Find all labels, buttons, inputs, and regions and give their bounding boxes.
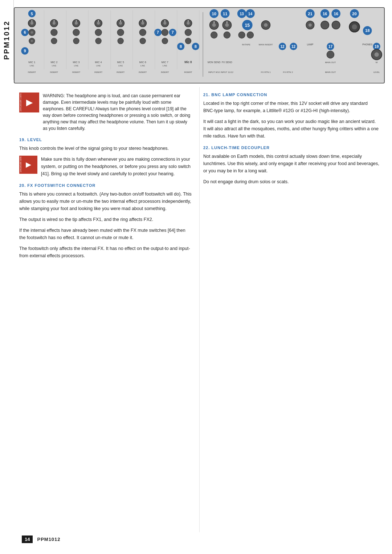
- svg-text:INSERT: INSERT: [72, 71, 81, 73]
- svg-text:PHONES: PHONES: [362, 43, 373, 46]
- section20-body3: If the internal effects have already bee…: [19, 227, 192, 241]
- svg-point-87: [225, 23, 229, 27]
- left-column: VERY IMPORTANT ▶ WARNING: The headphone …: [14, 87, 199, 532]
- svg-point-31: [97, 22, 100, 25]
- vi-icon: VERY IMPORTANT ▶: [19, 156, 37, 174]
- svg-text:LINE: LINE: [52, 65, 57, 67]
- svg-text:LINE: LINE: [74, 65, 79, 67]
- section22-body2: Do not engage during drum solos or scats…: [203, 178, 379, 185]
- section21-heading: 21. BNC LAMP CONNECTION: [203, 93, 379, 97]
- svg-text:MON SEND: MON SEND: [208, 61, 221, 63]
- svg-text:19: 19: [375, 45, 379, 49]
- svg-point-45: [141, 22, 144, 25]
- svg-text:INSERT: INSERT: [139, 71, 147, 73]
- svg-point-89: [224, 32, 230, 38]
- svg-point-84: [211, 32, 217, 38]
- svg-point-9: [31, 40, 33, 42]
- svg-text:MIC 3: MIC 3: [73, 61, 80, 64]
- svg-text:LEVEL: LEVEL: [373, 71, 380, 73]
- svg-point-17: [53, 22, 56, 25]
- svg-text:MAIN INSERT: MAIN INSERT: [259, 43, 273, 46]
- svg-point-109: [332, 21, 340, 29]
- svg-text:MIC 6: MIC 6: [139, 61, 146, 64]
- section21-body2: It will cast a light in the dark, so you…: [203, 118, 379, 140]
- section19-heading: 19. LEVEL: [19, 138, 192, 142]
- warning-icon: VERY IMPORTANT ▶: [19, 93, 39, 112]
- warning-text: WARNING: The headphone amp is loud, and …: [43, 93, 192, 132]
- svg-point-38: [119, 22, 122, 25]
- svg-text:21: 21: [308, 12, 312, 16]
- svg-text:8: 8: [180, 44, 182, 49]
- svg-text:17: 17: [328, 45, 333, 49]
- svg-point-82: [212, 23, 216, 27]
- svg-text:16: 16: [323, 12, 327, 16]
- svg-point-48: [140, 38, 146, 44]
- svg-text:FX SEND: FX SEND: [222, 61, 232, 63]
- svg-text:5: 5: [31, 12, 33, 16]
- svg-text:7: 7: [172, 30, 174, 34]
- svg-text:INSERT: INSERT: [50, 71, 58, 73]
- svg-text:16: 16: [334, 12, 338, 16]
- svg-text:FX RTN 1: FX RTN 1: [261, 71, 271, 73]
- warning-section: VERY IMPORTANT ▶ WARNING: The headphone …: [19, 93, 192, 132]
- svg-point-113: [352, 24, 357, 29]
- section22-body1: Not available on Earth models, this cont…: [203, 153, 379, 175]
- svg-point-27: [73, 38, 79, 44]
- svg-text:INSERT: INSERT: [117, 71, 125, 73]
- section19-vi-text: Make sure this is fully down whenever yo…: [41, 156, 192, 177]
- svg-text:INSERT: INSERT: [28, 71, 36, 73]
- svg-text:8: 8: [195, 44, 197, 49]
- svg-text:INPUT 11/12: INPUT 11/12: [221, 71, 234, 73]
- svg-text:MIC 1: MIC 1: [28, 61, 35, 64]
- section20-heading: 20. FX FOOTSWITCH CONNECTOR: [19, 183, 192, 188]
- vertical-brand-label: PPM1012: [0, 0, 14, 80]
- warning-icon-symbol: ▶: [26, 98, 32, 107]
- svg-text:12: 12: [291, 45, 296, 49]
- svg-point-66: [185, 38, 191, 44]
- svg-text:MAIN OUT: MAIN OUT: [325, 71, 336, 73]
- section20-body1: This is where you connect a footswitch. …: [19, 190, 192, 212]
- svg-text:15: 15: [245, 23, 250, 28]
- svg-text:6: 6: [24, 30, 26, 34]
- svg-point-40: [117, 29, 124, 36]
- svg-text:INPUT 9/10: INPUT 9/10: [208, 71, 220, 73]
- footer-model-label: PPM1012: [37, 537, 60, 542]
- section20-body2: The output is wired so the tip affects F…: [19, 216, 192, 223]
- svg-text:LINE: LINE: [140, 65, 145, 67]
- svg-text:7: 7: [157, 30, 159, 34]
- page-footer: 14 PPM1012: [22, 535, 61, 543]
- svg-text:MIC 5: MIC 5: [117, 61, 124, 64]
- svg-point-26: [73, 29, 79, 36]
- svg-text:MIC 2: MIC 2: [50, 61, 57, 64]
- svg-text:11: 11: [223, 12, 227, 16]
- svg-text:INSERT: INSERT: [184, 71, 192, 73]
- page-number: 14: [22, 535, 33, 543]
- svg-point-20: [51, 38, 57, 44]
- brand-text: PPM1012: [3, 20, 11, 60]
- svg-text:LAMP: LAMP: [307, 43, 314, 46]
- svg-point-33: [95, 29, 102, 36]
- svg-text:LINE: LINE: [118, 65, 123, 67]
- mixer-diagram: 5 6 9 MIC 1 LINE MIC 2 LINE MIC 3 L: [14, 7, 385, 83]
- svg-point-7: [30, 31, 33, 34]
- svg-point-94: [247, 32, 253, 38]
- svg-point-63: [187, 22, 189, 25]
- svg-text:14: 14: [248, 12, 253, 16]
- svg-point-102: [309, 23, 312, 26]
- vi-icon-symbol: ▶: [26, 161, 31, 169]
- svg-text:12: 12: [280, 45, 285, 49]
- svg-text:IN/TAPE: IN/TAPE: [242, 43, 250, 46]
- svg-text:Mic 8: Mic 8: [184, 61, 192, 64]
- section21-body1: Located in the top right corner of the m…: [203, 100, 379, 114]
- svg-text:10: 10: [212, 12, 216, 16]
- mixer-svg: 5 6 9 MIC 1 LINE MIC 2 LINE MIC 3 L: [15, 8, 384, 83]
- svg-text:INSERT: INSERT: [94, 71, 103, 73]
- svg-text:18: 18: [365, 28, 369, 33]
- svg-text:MIC 7: MIC 7: [162, 61, 168, 64]
- svg-text:20: 20: [352, 12, 356, 16]
- right-column: 21. BNC LAMP CONNECTION Located in the t…: [199, 87, 385, 532]
- svg-point-52: [163, 22, 166, 25]
- svg-text:9: 9: [24, 49, 26, 53]
- svg-point-41: [118, 38, 123, 44]
- vi-tag-text: VERY IMPORTANT: [19, 156, 22, 174]
